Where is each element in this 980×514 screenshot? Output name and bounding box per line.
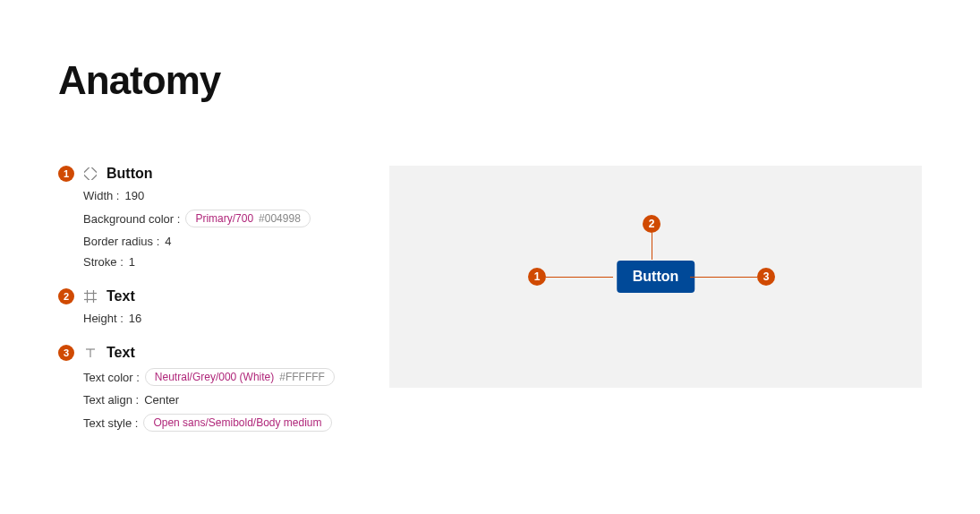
- svg-rect-0: [84, 167, 97, 180]
- preview-canvas: Button 1 2 3: [389, 166, 922, 388]
- style-chip: Open sans/Semibold/Body medium: [143, 414, 331, 432]
- spec-label: Text color :: [83, 371, 140, 384]
- callout-badge: 3: [757, 268, 775, 286]
- spec-block-text: 3 Text Text color : Neutral/Grey/000 (Wh…: [58, 345, 345, 432]
- page-title: Anatomy: [58, 58, 922, 103]
- callout-1: 1: [528, 268, 613, 286]
- spec-number-badge: 3: [58, 345, 74, 361]
- callout-badge: 1: [528, 268, 546, 286]
- spec-title: Button: [107, 166, 153, 182]
- text-icon: [83, 346, 98, 360]
- color-chip: Primary/700 #004998: [185, 210, 310, 227]
- spec-label: Border radius :: [83, 235, 159, 248]
- spec-value: 4: [165, 235, 171, 248]
- spec-row-text-style: Text style : Open sans/Semibold/Body med…: [83, 414, 345, 432]
- spec-row-width: Width : 190: [83, 189, 345, 202]
- spec-row-border-radius: Border radius : 4: [83, 235, 345, 248]
- spec-label: Background color :: [83, 212, 180, 226]
- spec-label: Text style :: [83, 416, 138, 430]
- spec-number-badge: 2: [58, 288, 74, 304]
- leader-line: [546, 277, 613, 278]
- spec-row-background: Background color : Primary/700 #004998: [83, 210, 345, 227]
- component-icon: [83, 167, 98, 181]
- spec-label: Height :: [83, 312, 124, 325]
- spec-row-stroke: Stroke : 1: [83, 255, 345, 269]
- spec-block-button: 1 Button Width : 190 Background color : …: [58, 166, 345, 269]
- leader-line: [652, 233, 652, 260]
- chip-name: Open sans/Semibold/Body medium: [153, 416, 321, 429]
- spec-value: Center: [144, 393, 179, 407]
- spec-label: Stroke :: [83, 255, 124, 269]
- spec-value: 16: [129, 312, 141, 325]
- example-button: Button: [617, 261, 695, 293]
- spec-row-text-color: Text color : Neutral/Grey/000 (White) #F…: [83, 368, 345, 386]
- frame-icon: [83, 289, 98, 304]
- chip-name: Primary/700: [195, 212, 253, 225]
- spec-list: 1 Button Width : 190 Background color : …: [58, 166, 345, 451]
- spec-title: Text: [107, 288, 135, 304]
- leader-line: [690, 277, 757, 278]
- spec-value: 1: [129, 255, 135, 269]
- spec-number-badge: 1: [58, 166, 74, 182]
- callout-2: 2: [643, 215, 660, 260]
- spec-value: 190: [124, 189, 144, 202]
- callout-badge: 2: [643, 215, 660, 233]
- spec-label: Text align :: [83, 393, 139, 407]
- color-chip: Neutral/Grey/000 (White) #FFFFFF: [145, 368, 335, 386]
- callout-3: 3: [690, 268, 775, 286]
- chip-hex: #004998: [259, 212, 301, 225]
- chip-hex: #FFFFFF: [279, 371, 325, 383]
- spec-row-text-align: Text align : Center: [83, 393, 345, 407]
- spec-block-text-frame: 2 Text Height : 16: [58, 288, 345, 325]
- spec-row-height: Height : 16: [83, 312, 345, 325]
- spec-title: Text: [107, 345, 135, 361]
- spec-label: Width :: [83, 189, 119, 202]
- chip-name: Neutral/Grey/000 (White): [155, 371, 274, 383]
